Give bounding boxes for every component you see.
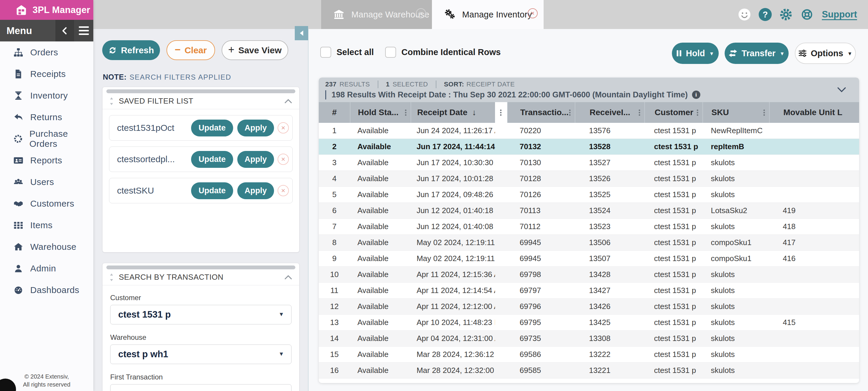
sidebar-item-orders[interactable]: Orders	[0, 41, 93, 63]
sidebar-item-warehouse[interactable]: Warehouse	[0, 236, 93, 258]
first-transaction-input[interactable]	[110, 384, 291, 391]
table-row-12[interactable]: 12AvailableApr 11 2024, 12:12:00 AM69796…	[319, 299, 859, 315]
warehouse-select[interactable]: ctest p wh1 ▼	[110, 345, 291, 364]
table-row-2[interactable]: 2AvailableJun 17 2024, 11:44:14 AM701321…	[319, 139, 859, 155]
table-row-4[interactable]: 4AvailableJun 17 2024, 10:01:28 AM701281…	[319, 171, 859, 187]
cell: 69795	[507, 315, 575, 331]
sidebar-item-receipts[interactable]: Receipts	[0, 63, 93, 85]
table-row-3[interactable]: 3AvailableJun 17 2024, 10:30:30 AM701301…	[319, 155, 859, 171]
sidebar-item-inventory[interactable]: Inventory	[0, 85, 93, 106]
support-link[interactable]: Support	[822, 9, 857, 20]
apply-filter-button[interactable]: Apply	[237, 151, 274, 168]
refresh-button[interactable]: Refresh	[102, 40, 160, 60]
column-header-movable-unit-l[interactable]: Movable Unit L	[769, 102, 859, 123]
tab-manage-inventory[interactable]: Manage Inventory ×	[432, 0, 544, 29]
table-row-8[interactable]: 8AvailableMay 02 2024, 12:19:11 AM699451…	[319, 235, 859, 251]
select-all-checkbox-group[interactable]: Select all	[320, 47, 374, 58]
hold-button[interactable]: Hold ▼	[672, 43, 719, 64]
column-menu-icon[interactable]	[569, 109, 570, 111]
table-row-13[interactable]: 13AvailableApr 10 2024, 11:48:23 PM69795…	[319, 315, 859, 331]
column-menu-icon[interactable]	[697, 109, 698, 111]
options-button[interactable]: Options ▼	[795, 43, 856, 64]
update-filter-button[interactable]: Update	[191, 120, 233, 136]
table-row-15[interactable]: 15AvailableMar 28 2024, 12:36:12 AM69586…	[319, 347, 859, 363]
sidebar-item-reports[interactable]: Reports	[0, 150, 93, 171]
sidebar-item-items[interactable]: Items	[0, 214, 93, 236]
table-row-10[interactable]: 10AvailableApr 11 2024, 12:15:36 AM69798…	[319, 267, 859, 283]
column-menu-icon[interactable]	[405, 109, 406, 111]
close-tab-icon[interactable]: ×	[528, 8, 538, 18]
transfer-button[interactable]: Transfer ▼	[724, 43, 788, 64]
saved-filter-list: ctest1531pOctUpdateApply×ctestsortedpl..…	[102, 115, 299, 203]
column-label: #	[332, 108, 337, 117]
life-ring-icon[interactable]	[800, 8, 814, 21]
customer-select[interactable]: ctest 1531 p ▼	[110, 305, 291, 324]
sidebar-item-users[interactable]: Users	[0, 171, 93, 193]
tab-manage-warehouse[interactable]: Manage Warehouse ×	[321, 0, 432, 29]
feedback-smiley-icon[interactable]	[738, 8, 751, 21]
table-row-7[interactable]: 7AvailableJun 12 2024, 01:40:08 PM701121…	[319, 219, 859, 235]
apply-filter-button[interactable]: Apply	[237, 120, 274, 136]
column-header-customer[interactable]: Customer	[644, 102, 703, 123]
column-header-[interactable]: #	[319, 102, 350, 123]
drag-handle-icon[interactable]	[110, 273, 114, 281]
column-menu-icon[interactable]	[639, 109, 640, 111]
column-menu-icon[interactable]	[764, 109, 765, 111]
table-row-6[interactable]: 6AvailableJun 12 2024, 01:40:18 PM701131…	[319, 203, 859, 219]
column-header-menu[interactable]	[495, 102, 507, 123]
select-all-checkbox[interactable]	[320, 47, 331, 58]
chevron-down-icon: ▼	[847, 51, 852, 57]
delete-filter-icon[interactable]: ×	[278, 122, 289, 133]
settings-gear-icon[interactable]	[779, 8, 793, 21]
table-row-14[interactable]: 14AvailableApr 04 2024, 12:31:00 AM69735…	[319, 331, 859, 347]
clear-label: Clear	[185, 45, 207, 55]
column-header-receivei[interactable]: ReceiveI...	[575, 102, 644, 123]
search-by-transaction-header[interactable]: SEARCH BY TRANSACTION	[102, 269, 299, 285]
cell	[495, 123, 507, 139]
collapse-filter-panel-button[interactable]	[295, 26, 308, 40]
collapse-sidebar-button[interactable]	[55, 20, 74, 41]
column-header-sku[interactable]: SKU	[703, 102, 769, 123]
sidebar-item-dashboards[interactable]: Dashboards	[0, 279, 93, 301]
drag-handle-icon[interactable]	[110, 97, 114, 105]
sidebar-item-purchase-orders[interactable]: Purchase Orders	[0, 128, 93, 150]
delete-filter-icon[interactable]: ×	[278, 185, 289, 196]
table-row-11[interactable]: 11AvailableApr 11 2024, 12:14:54 AM69797…	[319, 283, 859, 299]
close-tab-icon[interactable]: ×	[416, 8, 426, 18]
app-logo[interactable]: 3PL Manager	[0, 0, 93, 20]
card-scrollbar[interactable]	[106, 89, 296, 93]
chevron-up-icon[interactable]	[284, 99, 292, 104]
cell: Available	[350, 315, 411, 331]
combine-rows-checkbox-group[interactable]: Combine Identical Rows	[385, 47, 501, 58]
clear-button[interactable]: − Clear	[166, 40, 215, 60]
results-summary-row: 198 Results With Receipt Date : Thu Sep …	[325, 89, 859, 100]
table-row-16[interactable]: 16AvailableMar 28 2024, 12:32:00 AM69585…	[319, 363, 859, 379]
chevron-up-icon[interactable]	[284, 275, 292, 280]
table-row-5[interactable]: 5AvailableJun 17 2024, 09:48:26 AM701261…	[319, 187, 859, 203]
column-header-transactio[interactable]: Transactio...	[507, 102, 575, 123]
sidebar-item-returns[interactable]: Returns	[0, 106, 93, 128]
help-icon[interactable]: ?	[759, 8, 772, 21]
combine-rows-checkbox[interactable]	[385, 47, 396, 58]
table-row-1[interactable]: 1AvailableJun 24 2024, 11:26:17 AM702201…	[319, 123, 859, 139]
cell: Available	[350, 139, 411, 155]
cell: Available	[350, 235, 411, 251]
save-view-button[interactable]: + Save View	[222, 40, 288, 60]
update-filter-button[interactable]: Update	[191, 182, 233, 199]
expand-chevron-icon[interactable]	[837, 87, 846, 92]
menu-toggle-button[interactable]	[74, 20, 93, 41]
cell: 14	[319, 331, 350, 347]
sidebar-item-admin[interactable]: Admin	[0, 258, 93, 279]
card-scrollbar[interactable]	[106, 265, 296, 269]
column-menu-icon[interactable]	[500, 109, 501, 111]
cell: 13427	[575, 283, 644, 299]
delete-filter-icon[interactable]: ×	[278, 154, 289, 165]
saved-filter-list-header[interactable]: SAVED FILTER LIST	[102, 93, 299, 109]
apply-filter-button[interactable]: Apply	[237, 182, 274, 199]
info-icon[interactable]: i	[692, 91, 700, 99]
sidebar-item-customers[interactable]: Customers	[0, 193, 93, 214]
table-row-9[interactable]: 9AvailableMay 02 2024, 12:19:11 AM699451…	[319, 251, 859, 267]
column-header-receipt-date[interactable]: Receipt Date↓	[411, 102, 495, 123]
column-header-hold-sta[interactable]: Hold Sta...	[350, 102, 411, 123]
update-filter-button[interactable]: Update	[191, 151, 233, 168]
